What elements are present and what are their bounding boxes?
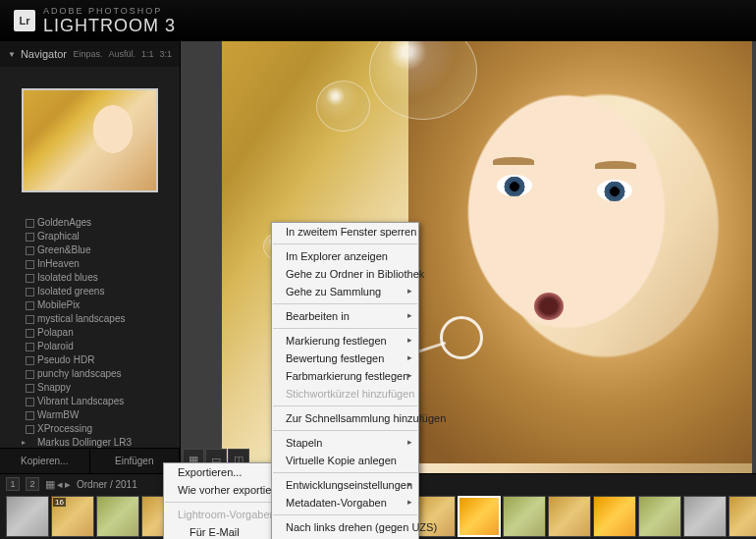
preset-item[interactable]: Pseudo HDR <box>0 353 180 367</box>
preset-item[interactable]: Snappy <box>0 381 180 395</box>
preset-item[interactable]: Vibrant Landscapes <box>0 395 180 408</box>
menu-item[interactable]: Entwicklungseinstellungen <box>272 476 418 494</box>
menu-item: Stichwortkürzel hinzufügen <box>272 385 418 403</box>
breadcrumb-path[interactable]: Ordner / 2011 <box>77 479 137 490</box>
brand-subtitle: ADOBE PHOTOSHOP <box>43 7 176 16</box>
navigator-title: Navigator <box>21 48 67 60</box>
sidebar-footer: Kopieren... Einfügen <box>0 448 180 473</box>
menu-item[interactable]: Wie vorher exportieren <box>164 481 286 499</box>
preview-thumbnail[interactable] <box>22 88 158 192</box>
menu-item: Lightroom-Vorgaben <box>164 506 286 523</box>
monitor-2-button[interactable]: 2 <box>26 477 39 491</box>
thumbnail[interactable] <box>458 496 501 537</box>
context-menu-export[interactable]: Exportieren...Wie vorher exportierenLigh… <box>163 462 287 539</box>
zoom-3to1[interactable]: 3:1 <box>159 49 172 59</box>
preset-folder[interactable]: Markus Dollinger LR3 <box>0 436 180 448</box>
thumbnail[interactable] <box>593 496 636 537</box>
preset-item[interactable]: Polapan <box>0 326 180 340</box>
zoom-fit[interactable]: Einpas. <box>73 49 102 59</box>
main-canvas-area <box>181 41 756 473</box>
back-icon[interactable]: ◂ <box>57 478 63 491</box>
navigator-preview[interactable] <box>0 67 180 214</box>
copy-button[interactable]: Kopieren... <box>0 449 90 473</box>
preset-item[interactable]: WarmBW <box>0 408 180 422</box>
thumbnail[interactable] <box>6 496 49 537</box>
preset-item[interactable]: Isolated greens <box>0 285 180 298</box>
thumbnail[interactable]: 16 <box>51 496 94 537</box>
monitor-1-button[interactable]: 1 <box>6 477 20 491</box>
app-header: Lr ADOBE PHOTOSHOP LIGHTROOM 3 <box>0 0 756 41</box>
preset-item[interactable]: InHeaven <box>0 257 180 271</box>
fwd-icon[interactable]: ▸ <box>65 478 71 491</box>
menu-item[interactable]: Bearbeiten in <box>272 307 418 325</box>
menu-item[interactable]: Virtuelle Kopie anlegen <box>272 452 418 469</box>
preset-item[interactable]: punchy landscapes <box>0 367 180 381</box>
thumbnail[interactable] <box>683 496 727 537</box>
preset-item[interactable]: XProcessing <box>0 422 180 436</box>
thumbnail[interactable] <box>729 496 756 537</box>
grid-icon[interactable]: ▦ <box>45 478 55 491</box>
preset-item[interactable]: Isolated blues <box>0 271 180 285</box>
menu-item[interactable]: Bewertung festlegen <box>272 350 418 367</box>
menu-item[interactable]: In zweitem Fenster sperren <box>272 223 418 241</box>
left-panel: ▼ Navigator Einpas. Ausfül. 1:1 3:1 Gold… <box>0 41 181 473</box>
menu-item[interactable]: Metadaten-Vorgaben <box>272 494 418 512</box>
menu-item[interactable]: Nach links drehen (gegen UZS) <box>272 518 418 536</box>
thumbnail[interactable] <box>638 496 681 537</box>
zoom-1to1[interactable]: 1:1 <box>141 49 154 59</box>
thumbnail[interactable] <box>96 496 139 537</box>
preset-item[interactable]: MobilePix <box>0 298 180 312</box>
app-logo: Lr <box>14 10 35 31</box>
thumbnail[interactable] <box>503 496 546 537</box>
brand-title: LIGHTROOM 3 <box>43 17 176 34</box>
thumbnail[interactable] <box>548 496 591 537</box>
menu-item[interactable]: Im Explorer anzeigen <box>272 247 418 265</box>
collapse-icon[interactable]: ▼ <box>8 50 16 59</box>
preset-item[interactable]: Polaroid <box>0 340 180 353</box>
menu-item[interactable]: Markierung festlegen <box>272 332 418 350</box>
preset-item[interactable]: Green&Blue <box>0 243 180 257</box>
menu-item[interactable]: Exportieren... <box>164 463 286 481</box>
menu-item[interactable]: Für E-Mail <box>164 523 286 539</box>
preset-tree[interactable]: GoldenAges Graphical Green&Blue InHeaven… <box>0 214 180 448</box>
preset-item[interactable]: Graphical <box>0 230 180 243</box>
preset-item[interactable]: GoldenAges <box>0 216 180 230</box>
menu-item[interactable]: Gehe zu Sammlung <box>272 283 418 300</box>
preset-item[interactable]: mystical landscapes <box>0 312 180 326</box>
menu-item[interactable]: Farbmarkierung festlegen <box>272 367 418 385</box>
navigator-header[interactable]: ▼ Navigator Einpas. Ausfül. 1:1 3:1 <box>0 41 180 67</box>
context-menu-main[interactable]: In zweitem Fenster sperrenIm Explorer an… <box>271 222 419 539</box>
menu-item[interactable]: Stapeln <box>272 434 418 452</box>
menu-item[interactable]: Gehe zu Ordner in Bibliothek <box>272 265 418 283</box>
menu-item[interactable]: Zur Schnellsammlung hinzufügen <box>272 409 418 427</box>
zoom-fill[interactable]: Ausfül. <box>108 49 135 59</box>
